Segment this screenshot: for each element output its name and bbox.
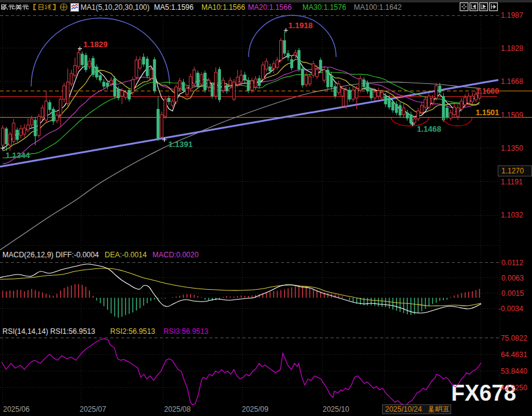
svg-text:DEA:-0.0014: DEA:-0.0014 [105,251,147,259]
svg-text:2025/07: 2025/07 [80,405,107,414]
svg-text:1.1918: 1.1918 [288,21,313,30]
svg-text:1.1468: 1.1468 [417,124,441,134]
svg-text:1.1828: 1.1828 [501,44,523,53]
svg-text:0.0112: 0.0112 [501,259,523,267]
svg-text:RSI3:56.9513: RSI3:56.9513 [163,327,209,336]
svg-text:1.1032: 1.1032 [501,211,523,219]
svg-text:75.0822: 75.0822 [501,334,528,342]
svg-text:1.1509: 1.1509 [501,111,523,119]
svg-text:1.1191: 1.1191 [501,178,523,186]
svg-text:1.1829: 1.1829 [83,40,108,49]
svg-text:RSI2:56.9513: RSI2:56.9513 [110,327,155,336]
svg-text:2025/06: 2025/06 [3,405,30,414]
svg-text:0.0015: 0.0015 [501,289,524,298]
svg-text:1.1987: 1.1987 [501,11,523,20]
svg-text:-0.0034: -0.0034 [498,304,523,313]
svg-text:1.1391: 1.1391 [168,140,193,149]
svg-text:MA100:1.1642: MA100:1.1642 [354,3,402,12]
svg-text:42.2250: 42.2250 [501,384,528,392]
svg-text:53.8440: 53.8440 [501,367,528,376]
svg-text:MA5:1.1596: MA5:1.1596 [154,3,194,12]
svg-text:1.1501: 1.1501 [476,108,499,117]
svg-text:MACD:0.0020: MACD:0.0020 [152,251,199,259]
svg-text:RSI(14,14,14) RSI1:56.9513: RSI(14,14,14) RSI1:56.9513 [2,327,96,336]
svg-text:2025/10: 2025/10 [323,405,350,414]
svg-text:MA20:1.1566: MA20:1.1566 [248,3,292,12]
svg-text:0.0063: 0.0063 [501,274,524,282]
svg-text:1.1270: 1.1270 [501,167,524,175]
svg-text:1.1600: 1.1600 [476,87,499,96]
svg-text:2025/10/24: 2025/10/24 [385,405,422,414]
svg-text:MA1(5,10,20,30,100): MA1(5,10,20,30,100) [81,3,150,12]
svg-text:2025/08: 2025/08 [164,405,191,414]
svg-text:2025/09: 2025/09 [242,405,269,414]
svg-text:MA30:1.1576: MA30:1.1576 [302,3,347,12]
svg-text:MACD(26,12,9) DIFF:-0.0004: MACD(26,12,9) DIFF:-0.0004 [2,251,99,259]
svg-text:1.1668: 1.1668 [501,77,523,86]
svg-text:1.1344: 1.1344 [6,151,31,160]
svg-text:MA10:1.1566: MA10:1.1566 [201,3,245,12]
svg-text:1.1350: 1.1350 [501,144,523,153]
svg-text:64.4631: 64.4631 [501,350,528,359]
